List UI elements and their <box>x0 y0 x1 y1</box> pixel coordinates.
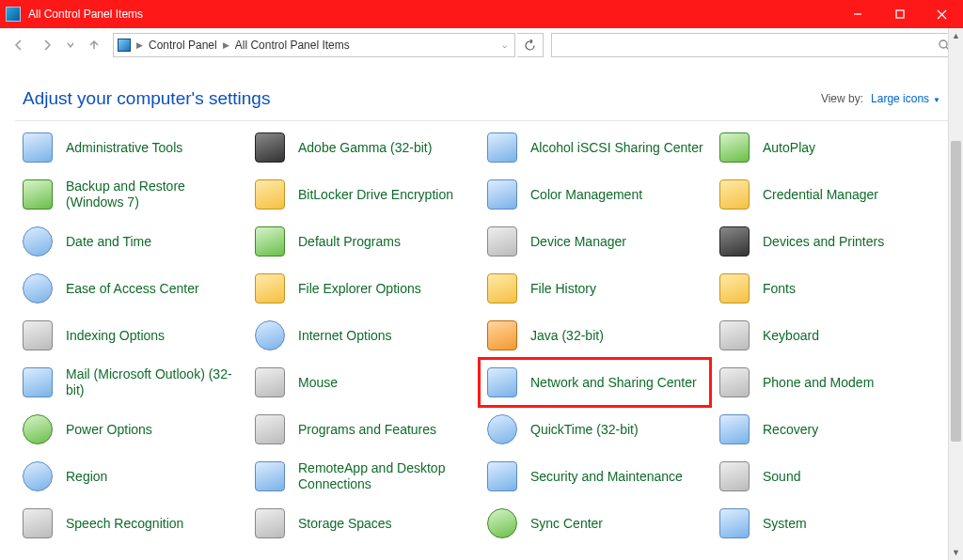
network-sharing-icon <box>485 366 519 399</box>
programs-features-icon <box>253 412 287 446</box>
svg-point-4 <box>939 40 947 48</box>
phone-modem-icon <box>718 366 751 399</box>
item-storage-spaces[interactable]: Storage Spaces <box>247 500 478 547</box>
item-java[interactable]: Java (32-bit) <box>480 312 710 359</box>
item-backup-restore[interactable]: Backup and Restore (Windows 7) <box>15 171 245 218</box>
item-label: Recovery <box>763 422 818 438</box>
item-sound[interactable]: Sound <box>712 453 942 500</box>
item-label: Security and Maintenance <box>530 469 683 485</box>
item-programs-features[interactable]: Programs and Features <box>247 406 478 453</box>
item-label: Administrative Tools <box>66 140 182 156</box>
item-mouse[interactable]: Mouse <box>247 359 478 406</box>
item-recovery[interactable]: Recovery <box>712 406 942 453</box>
separator <box>15 120 948 121</box>
chevron-down-icon: ▼ <box>933 96 940 104</box>
item-file-history[interactable]: File History <box>480 265 710 312</box>
item-network-sharing[interactable]: Network and Sharing Center <box>480 359 710 406</box>
item-file-explorer-opts[interactable]: File Explorer Options <box>247 265 478 312</box>
item-alcohol-iscsi[interactable]: Alcohol iSCSI Sharing Center <box>480 124 710 171</box>
item-fonts[interactable]: Fonts <box>712 265 942 312</box>
item-label: File History <box>530 281 596 297</box>
fonts-icon <box>718 272 751 305</box>
item-credential-mgr[interactable]: Credential Manager <box>712 171 942 218</box>
breadcrumb-current[interactable]: All Control Panel Items <box>235 39 350 52</box>
item-indexing[interactable]: Indexing Options <box>15 312 245 359</box>
security-maint-icon <box>485 459 519 493</box>
item-adobe-gamma[interactable]: Adobe Gamma (32-bit) <box>247 124 478 171</box>
file-history-icon <box>485 272 519 305</box>
item-default-programs[interactable]: Default Programs <box>247 218 478 265</box>
item-date-time[interactable]: Date and Time <box>15 218 245 265</box>
item-label: Default Programs <box>298 234 401 250</box>
item-label: Mouse <box>298 375 338 391</box>
item-label: Sound <box>763 469 800 485</box>
address-bar[interactable]: ▶ Control Panel ▶ All Control Panel Item… <box>113 33 515 57</box>
item-ease-access[interactable]: Ease of Access Center <box>15 265 245 312</box>
item-speech[interactable]: Speech Recognition <box>15 500 245 547</box>
item-sync-center[interactable]: Sync Center <box>480 500 710 547</box>
recovery-icon <box>718 412 751 446</box>
viewby-dropdown[interactable]: Large icons▼ <box>871 92 940 105</box>
page-heading: Adjust your computer's settings <box>23 88 270 109</box>
item-security-maint[interactable]: Security and Maintenance <box>480 453 710 500</box>
nav-row: ▶ Control Panel ▶ All Control Panel Item… <box>0 28 963 60</box>
item-color-mgmt[interactable]: Color Management <box>480 171 710 218</box>
item-label: Devices and Printers <box>763 234 884 250</box>
item-mail[interactable]: Mail (Microsoft Outlook) (32-bit) <box>15 359 245 406</box>
refresh-button[interactable] <box>517 33 544 57</box>
keyboard-icon <box>718 319 751 352</box>
item-devices-printers[interactable]: Devices and Printers <box>712 218 942 265</box>
color-mgmt-icon <box>485 178 519 211</box>
forward-button[interactable] <box>34 32 60 58</box>
item-label: File Explorer Options <box>298 281 421 297</box>
items-grid: Administrative ToolsAdobe Gamma (32-bit)… <box>15 124 942 547</box>
item-system[interactable]: System <box>712 500 942 547</box>
indexing-icon <box>21 319 55 352</box>
item-label: Adobe Gamma (32-bit) <box>298 140 432 156</box>
close-button[interactable] <box>921 0 963 28</box>
item-admin-tools[interactable]: Administrative Tools <box>15 124 245 171</box>
item-device-manager[interactable]: Device Manager <box>480 218 710 265</box>
scroll-up-button[interactable]: ▲ <box>949 28 963 43</box>
scroll-track[interactable] <box>949 43 963 545</box>
item-region[interactable]: Region <box>15 453 245 500</box>
scrollbar[interactable]: ▲ ▼ <box>948 28 963 560</box>
item-label: Credential Manager <box>763 187 878 203</box>
title-bar: All Control Panel Items <box>0 0 963 28</box>
item-label: Phone and Modem <box>763 375 874 391</box>
item-phone-modem[interactable]: Phone and Modem <box>712 359 942 406</box>
item-label: Region <box>66 469 107 485</box>
back-button[interactable] <box>6 32 32 58</box>
item-label: Alcohol iSCSI Sharing Center <box>530 140 703 156</box>
default-programs-icon <box>253 225 287 258</box>
control-panel-app-icon <box>6 7 21 22</box>
power-opts-icon <box>21 412 55 446</box>
address-dropdown[interactable]: ⌵ <box>498 40 511 50</box>
item-power-opts[interactable]: Power Options <box>15 406 245 453</box>
scroll-thumb[interactable] <box>951 141 961 442</box>
storage-spaces-icon <box>253 506 287 540</box>
mouse-icon <box>253 366 287 399</box>
item-keyboard[interactable]: Keyboard <box>712 312 942 359</box>
item-autoplay[interactable]: AutoPlay <box>712 124 942 171</box>
item-label: RemoteApp and Desktop Connections <box>298 460 472 492</box>
minimize-button[interactable] <box>836 0 878 28</box>
header-strip: Adjust your computer's settings View by:… <box>0 60 963 120</box>
item-label: Network and Sharing Center <box>530 375 697 391</box>
item-remoteapp[interactable]: RemoteApp and Desktop Connections <box>247 453 478 500</box>
system-icon <box>718 506 751 540</box>
item-label: Date and Time <box>66 234 151 250</box>
maximize-button[interactable] <box>878 0 921 28</box>
up-button[interactable] <box>81 32 107 58</box>
item-quicktime[interactable]: QuickTime (32-bit) <box>480 406 710 453</box>
item-label: Fonts <box>763 281 796 297</box>
recent-dropdown[interactable] <box>62 32 79 58</box>
item-bitlocker[interactable]: BitLocker Drive Encryption <box>247 171 478 218</box>
scroll-down-button[interactable]: ▼ <box>949 545 963 560</box>
search-box[interactable] <box>551 33 957 57</box>
backup-restore-icon <box>21 178 55 211</box>
date-time-icon <box>21 225 55 258</box>
item-label: Color Management <box>530 187 642 203</box>
item-internet-opts[interactable]: Internet Options <box>247 312 478 359</box>
breadcrumb-root[interactable]: Control Panel <box>149 39 217 52</box>
